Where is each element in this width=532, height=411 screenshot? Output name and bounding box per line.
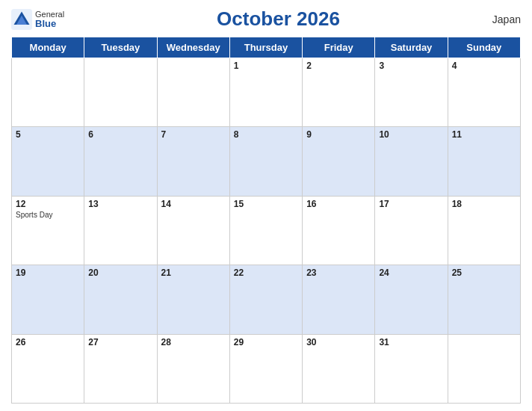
day-number: 8 [234, 129, 298, 140]
calendar-cell: 2 [303, 58, 375, 127]
header-thursday: Thursday [229, 37, 302, 58]
day-number: 3 [379, 61, 443, 71]
day-number: 13 [88, 199, 152, 209]
calendar-cell: 16 [303, 196, 375, 265]
calendar-cell: 21 [157, 265, 229, 334]
header-sunday: Sunday [448, 37, 520, 58]
day-number: 14 [161, 199, 226, 209]
event-label: Sports Day [16, 211, 80, 219]
calendar-week-row: 262728293031 [12, 334, 521, 403]
header-saturday: Saturday [375, 37, 448, 58]
day-number: 1 [234, 61, 298, 71]
day-number: 27 [88, 337, 152, 347]
calendar-cell: 11 [448, 127, 520, 196]
calendar-cell: 4 [448, 58, 520, 127]
calendar-cell: 17 [375, 196, 448, 265]
day-number: 6 [88, 129, 152, 140]
calendar-cell: 9 [303, 127, 375, 196]
day-number: 30 [306, 337, 371, 347]
header-wednesday: Wednesday [157, 37, 229, 58]
calendar-cell: 6 [84, 127, 157, 196]
day-number: 5 [16, 129, 80, 140]
day-number: 15 [234, 199, 298, 209]
day-number: 16 [306, 199, 371, 209]
calendar-cell [448, 334, 520, 403]
calendar-cell: 14 [157, 196, 229, 265]
calendar-cell: 27 [84, 334, 157, 403]
day-number: 11 [452, 129, 516, 140]
header-monday: Monday [12, 37, 84, 58]
calendar-cell: 31 [375, 334, 448, 403]
day-number: 28 [161, 337, 226, 347]
calendar-cell: 30 [303, 334, 375, 403]
logo-text: General Blue [35, 10, 64, 28]
day-number: 17 [379, 199, 443, 209]
day-number: 2 [306, 61, 371, 71]
calendar-cell [157, 58, 229, 127]
calendar-cell: 28 [157, 334, 229, 403]
calendar-cell: 7 [157, 127, 229, 196]
calendar-cell: 29 [229, 334, 302, 403]
calendar-cell: 24 [375, 265, 448, 334]
logo-blue-text: Blue [35, 19, 64, 28]
calendar-cell: 15 [229, 196, 302, 265]
day-number: 26 [16, 337, 80, 347]
calendar-cell [12, 58, 84, 127]
day-number: 12 [16, 199, 80, 209]
country-label: Japan [492, 13, 521, 25]
day-number: 18 [452, 199, 516, 209]
calendar-cell: 19 [12, 265, 84, 334]
calendar-week-row: 1234 [12, 58, 521, 127]
calendar-cell: 18 [448, 196, 520, 265]
calendar-cell [84, 58, 157, 127]
calendar-cell: 12Sports Day [12, 196, 84, 265]
calendar-title: October 2026 [217, 7, 340, 31]
day-number: 23 [306, 268, 371, 278]
calendar-cell: 10 [375, 127, 448, 196]
calendar-cell: 5 [12, 127, 84, 196]
day-number: 25 [452, 268, 516, 278]
calendar-week-row: 12Sports Day131415161718 [12, 196, 521, 265]
logo-general-text: General [35, 10, 64, 19]
calendar-cell: 13 [84, 196, 157, 265]
calendar-cell: 25 [448, 265, 520, 334]
calendar-week-row: 567891011 [12, 127, 521, 196]
day-number: 19 [16, 268, 80, 278]
logo: General Blue [11, 9, 64, 30]
day-number: 21 [161, 268, 226, 278]
day-number: 31 [379, 337, 443, 347]
header-tuesday: Tuesday [84, 37, 157, 58]
page-header: General Blue October 2026 Japan [11, 7, 521, 31]
day-number: 7 [161, 129, 226, 140]
calendar-cell: 20 [84, 265, 157, 334]
day-number: 29 [234, 337, 298, 347]
calendar-cell: 26 [12, 334, 84, 403]
calendar-cell: 1 [229, 58, 302, 127]
day-number: 20 [88, 268, 152, 278]
weekday-header-row: Monday Tuesday Wednesday Thursday Friday… [12, 37, 521, 58]
calendar-cell: 22 [229, 265, 302, 334]
calendar-week-row: 19202122232425 [12, 265, 521, 334]
logo-icon [11, 9, 32, 30]
day-number: 4 [452, 61, 516, 71]
day-number: 10 [379, 129, 443, 140]
header-friday: Friday [303, 37, 375, 58]
calendar-cell: 23 [303, 265, 375, 334]
day-number: 24 [379, 268, 443, 278]
day-number: 9 [306, 129, 371, 140]
calendar-table: Monday Tuesday Wednesday Thursday Friday… [11, 37, 521, 404]
calendar-cell: 8 [229, 127, 302, 196]
calendar-cell: 3 [375, 58, 448, 127]
day-number: 22 [234, 268, 298, 278]
